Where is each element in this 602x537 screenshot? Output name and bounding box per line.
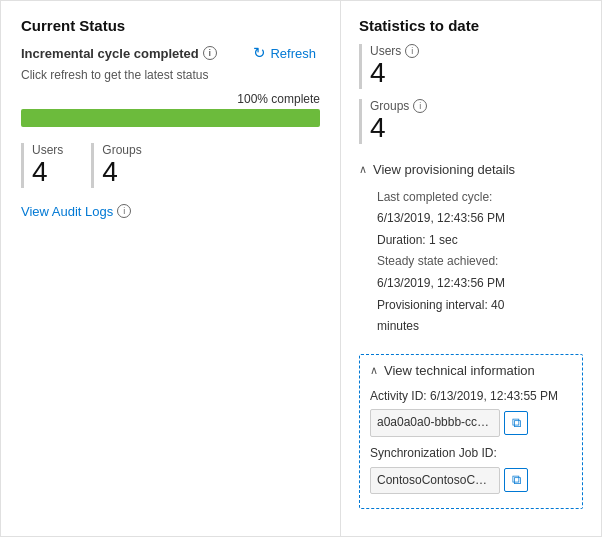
- refresh-icon: ↻: [253, 44, 266, 62]
- left-stats-row: Users 4 Groups 4: [21, 143, 320, 188]
- current-status-title: Current Status: [21, 17, 320, 34]
- sync-job-copy-button[interactable]: ⧉: [504, 468, 528, 492]
- provisioning-details-section: ∧ View provisioning details Last complet…: [359, 158, 583, 342]
- right-users-stat: Users i 4: [359, 44, 583, 89]
- sync-job-input: ContosoContosoContos...: [370, 467, 500, 495]
- progress-bar: [21, 109, 320, 127]
- left-users-label: Users: [32, 143, 63, 157]
- technical-information-content: Activity ID: 6/13/2019, 12:43:55 PM a0a0…: [370, 386, 572, 494]
- audit-logs-link[interactable]: View Audit Logs i: [21, 204, 320, 219]
- last-completed-label: Last completed cycle: 6/13/2019, 12:43:5…: [377, 187, 583, 230]
- sync-job-label: Synchronization Job ID:: [370, 443, 572, 465]
- copy-icon: ⧉: [512, 415, 521, 431]
- click-refresh-text: Click refresh to get the latest status: [21, 68, 320, 82]
- interval-label: Provisioning interval: 40 minutes: [377, 295, 583, 338]
- progress-label: 100% complete: [21, 92, 320, 106]
- activity-id-copy-button[interactable]: ⧉: [504, 411, 528, 435]
- right-groups-value: 4: [370, 113, 583, 144]
- left-panel: Current Status Incremental cycle complet…: [1, 1, 341, 536]
- left-groups-label: Groups: [102, 143, 141, 157]
- copy-icon-2: ⧉: [512, 472, 521, 488]
- incremental-label: Incremental cycle completed i: [21, 46, 217, 61]
- audit-logs-info-icon[interactable]: i: [117, 204, 131, 218]
- provisioning-details-header[interactable]: ∧ View provisioning details: [359, 158, 583, 181]
- provisioning-chevron-icon: ∧: [359, 163, 367, 176]
- activity-id-input: a0a0a0a0-bbbb-cccc-d...: [370, 409, 500, 437]
- tech-chevron-icon: ∧: [370, 364, 378, 377]
- steady-state-label: Steady state achieved: 6/13/2019, 12:43:…: [377, 251, 583, 294]
- progress-container: 100% complete: [21, 92, 320, 127]
- left-groups-value: 4: [102, 157, 141, 188]
- technical-information-header[interactable]: ∧ View technical information: [370, 363, 572, 378]
- right-panel: Statistics to date Users i 4 Groups i 4 …: [341, 1, 601, 536]
- technical-information-section: ∧ View technical information Activity ID…: [359, 354, 583, 509]
- sync-job-field: ContosoContosoContos... ⧉: [370, 467, 572, 495]
- left-users-stat: Users 4: [21, 143, 79, 188]
- statistics-to-date-title: Statistics to date: [359, 17, 583, 34]
- incremental-info-icon[interactable]: i: [203, 46, 217, 60]
- activity-id-field: a0a0a0a0-bbbb-cccc-d... ⧉: [370, 409, 572, 437]
- activity-id-label: Activity ID: 6/13/2019, 12:43:55 PM: [370, 386, 572, 408]
- right-groups-info-icon[interactable]: i: [413, 99, 427, 113]
- left-users-value: 4: [32, 157, 63, 188]
- refresh-button[interactable]: ↻ Refresh: [249, 42, 320, 64]
- provisioning-details-content: Last completed cycle: 6/13/2019, 12:43:5…: [359, 181, 583, 342]
- duration-label: Duration: 1 sec: [377, 230, 583, 252]
- right-groups-stat: Groups i 4: [359, 99, 583, 144]
- stats-to-date-section: Users i 4 Groups i 4: [359, 44, 583, 144]
- left-groups-stat: Groups 4: [91, 143, 157, 188]
- right-users-value: 4: [370, 58, 583, 89]
- right-users-info-icon[interactable]: i: [405, 44, 419, 58]
